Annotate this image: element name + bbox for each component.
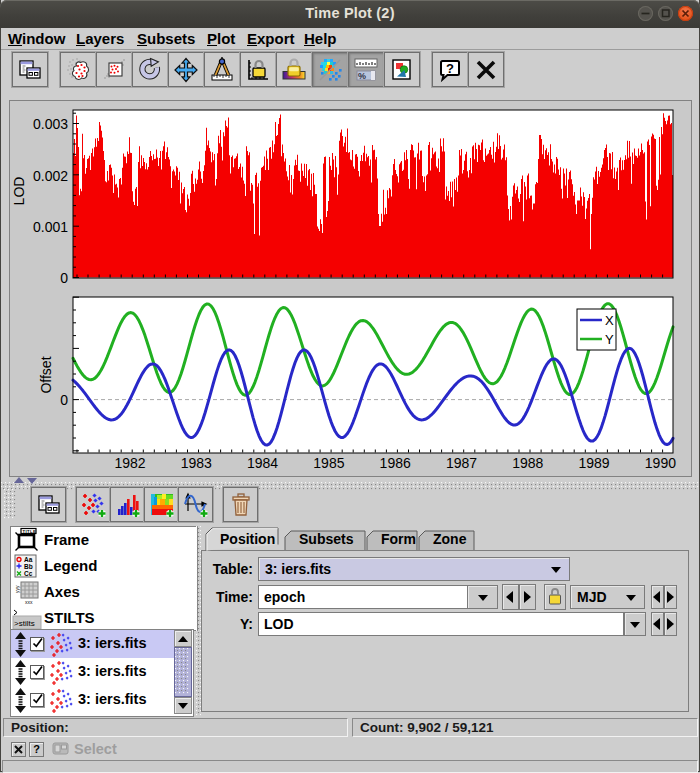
svg-text:1988: 1988	[512, 455, 543, 471]
svg-text:1982: 1982	[114, 455, 145, 471]
svg-text:Subsets: Subsets	[299, 531, 354, 547]
svg-text:Aa: Aa	[24, 556, 33, 563]
svg-text:X: X	[605, 313, 614, 328]
svg-text:0.003: 0.003	[33, 116, 68, 132]
svg-text:0: 0	[60, 270, 68, 286]
svg-text:1990: 1990	[645, 455, 676, 471]
svg-text:>stilts: >stilts	[14, 619, 35, 628]
svg-text:TITLE: TITLE	[23, 529, 37, 534]
svg-text:0.001: 0.001	[33, 219, 68, 235]
svg-text:yyy: yyy	[14, 585, 20, 593]
svg-text:xxx: xxx	[25, 599, 33, 605]
svg-text:1987: 1987	[446, 455, 477, 471]
svg-text:?: ?	[446, 61, 454, 76]
svg-text:Form: Form	[381, 531, 416, 547]
svg-text:1985: 1985	[313, 455, 344, 471]
svg-text:Y: Y	[605, 332, 614, 347]
svg-text:LOD: LOD	[11, 177, 27, 206]
svg-text:0.002: 0.002	[33, 168, 68, 184]
svg-text:Offset: Offset	[38, 356, 54, 393]
svg-text:Position: Position	[220, 531, 275, 547]
svg-text:1984: 1984	[247, 455, 278, 471]
svg-text:1986: 1986	[380, 455, 411, 471]
svg-text:1989: 1989	[579, 455, 610, 471]
svg-text:0: 0	[60, 392, 68, 408]
svg-text:Cc: Cc	[24, 570, 33, 577]
svg-text:1983: 1983	[181, 455, 212, 471]
svg-text:Bb: Bb	[24, 563, 33, 570]
svg-text:Zone: Zone	[433, 531, 467, 547]
svg-text:%: %	[358, 71, 366, 81]
